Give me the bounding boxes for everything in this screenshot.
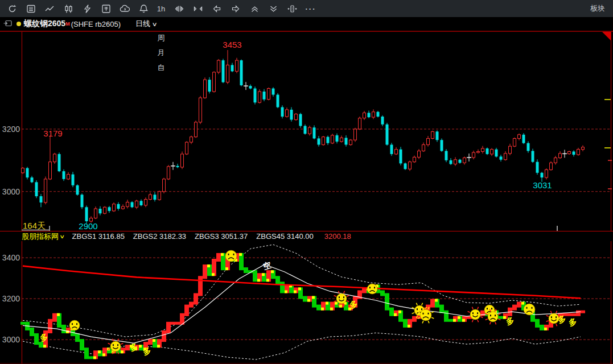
candle	[582, 145, 585, 151]
candle	[35, 180, 38, 198]
step-turn-block	[271, 270, 274, 273]
chevron-down-icon: ∨	[59, 234, 65, 239]
candle	[477, 150, 480, 154]
candle	[181, 151, 184, 169]
step-turn-block	[93, 356, 96, 359]
step-turn-block	[339, 305, 342, 308]
candle	[532, 149, 534, 163]
candle	[213, 71, 216, 92]
step-turn-block	[435, 299, 438, 302]
step-turn-block	[257, 279, 260, 282]
step-turn-block	[330, 308, 333, 311]
step-turn-block	[98, 350, 101, 353]
step-turn-block	[298, 287, 301, 290]
candle	[154, 192, 157, 201]
candle	[450, 158, 452, 165]
split-horizontal-icon[interactable]	[172, 1, 187, 16]
indicator-panel-canvas[interactable]: 多多多多空多多多	[0, 241, 613, 364]
double-chevron-up-icon[interactable]	[247, 1, 262, 16]
indicator-value-ZBGS45: ZBGS45 3140.00	[256, 232, 313, 241]
candle	[31, 176, 34, 183]
candle	[322, 136, 325, 146]
candle	[217, 59, 220, 74]
candle	[231, 63, 234, 72]
candle	[76, 184, 79, 196]
candle	[495, 148, 498, 158]
candle	[491, 148, 493, 156]
step-turn-block	[307, 299, 310, 302]
candle	[545, 168, 548, 179]
candle	[204, 77, 207, 98]
indicator-value-ZBGS3: ZBGS3 3051.37	[195, 232, 248, 241]
step-turn-block	[139, 345, 142, 348]
candle	[158, 191, 161, 201]
candle	[395, 147, 398, 155]
step-turn-block	[321, 308, 324, 311]
candle	[186, 141, 188, 155]
candle	[377, 111, 380, 118]
f10-report-icon[interactable]	[23, 1, 38, 16]
step-turn-block	[408, 325, 410, 328]
candle	[518, 134, 521, 140]
candle	[299, 113, 302, 127]
alert-bell-icon[interactable]	[136, 1, 151, 16]
candle	[336, 134, 339, 144]
more-icon[interactable]: ···	[303, 1, 318, 16]
sector-panel-button[interactable]: 板块	[590, 3, 605, 14]
app-window: 135151h日周月自 ··· 板块 螺纹钢2605 M	[0, 0, 613, 364]
quick-trade-icon[interactable]	[80, 1, 94, 16]
step-block	[499, 316, 503, 319]
step-turn-block	[57, 313, 60, 316]
candle	[359, 117, 361, 130]
candle	[26, 167, 29, 179]
pan-right-icon[interactable]	[228, 1, 243, 16]
period-button-1h[interactable]: 1h	[155, 1, 167, 16]
candle	[386, 123, 389, 146]
step-turn-block	[312, 296, 315, 299]
step-block	[166, 322, 171, 333]
step-block	[571, 313, 576, 316]
period-dropdown[interactable]: 日线 ∨	[135, 19, 157, 29]
step-turn-block	[157, 345, 160, 348]
chevron-down-icon: ∨	[152, 21, 158, 27]
candle	[145, 197, 147, 207]
indicator-name-dropdown[interactable]: 股朋指标网 ∨	[22, 231, 64, 242]
main-chart-canvas[interactable]: 3453317929003031164天	[0, 31, 613, 231]
candle	[263, 89, 266, 101]
position-mark-多: 多	[505, 315, 515, 326]
indicator-values: ZBGS1 3116.85ZBGS2 3182.33ZBGS3 3051.37Z…	[72, 232, 322, 241]
trend-line-icon[interactable]	[42, 1, 57, 16]
candle	[422, 143, 425, 152]
step-turn-block	[326, 302, 328, 305]
merge-horizontal-icon[interactable]	[191, 1, 205, 16]
candlestick-icon[interactable]	[61, 1, 76, 16]
refresh-icon[interactable]	[5, 1, 19, 16]
candle	[240, 59, 243, 86]
order-box-icon[interactable]	[98, 1, 113, 16]
candle	[445, 149, 448, 162]
candle	[454, 157, 457, 166]
candle	[176, 164, 179, 168]
step-block	[84, 348, 89, 359]
price-annotation-164天: 164天	[23, 221, 46, 230]
step-block	[253, 270, 257, 282]
double-chevron-down-icon[interactable]	[266, 1, 281, 16]
candle	[131, 201, 134, 208]
dock-panel-icon[interactable]	[3, 19, 12, 29]
step-turn-block	[207, 264, 210, 267]
step-turn-block	[294, 290, 297, 293]
candle	[94, 206, 97, 219]
candle	[427, 136, 430, 147]
instrument-name: 螺纹钢2605	[24, 19, 65, 29]
pan-left-icon[interactable]	[209, 1, 224, 16]
insert-indicator-icon[interactable]	[285, 1, 299, 16]
step-block	[162, 330, 166, 342]
candle	[313, 125, 316, 139]
step-block	[576, 311, 581, 316]
candle	[463, 156, 466, 164]
cloud-download-icon[interactable]	[117, 1, 132, 16]
candle	[244, 82, 248, 90]
candle	[331, 134, 334, 144]
indicator-value-ZBGS1: ZBGS1 3116.85	[72, 232, 125, 241]
candle	[163, 178, 166, 193]
